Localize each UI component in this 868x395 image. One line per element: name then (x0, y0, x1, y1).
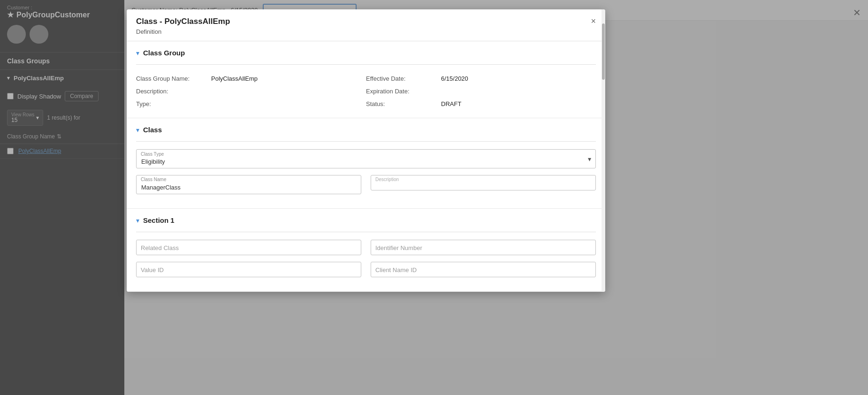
section1-row1: Related Class Identifier Number (136, 240, 596, 255)
section1-divider (136, 232, 596, 232)
class-group-title: Class Group (143, 49, 185, 57)
description-label: Description: (136, 88, 211, 95)
class-type-select[interactable]: Eligibility (136, 149, 596, 168)
modal-header: Class - PolyClassAllEmp Definition × (127, 9, 605, 41)
modal-scrollbar[interactable] (602, 9, 605, 292)
class-name-row: Class Name Description (136, 175, 596, 194)
effective-date-label: Effective Date: (366, 75, 441, 82)
section1-section: ▾ Section 1 Related Class Identifier Num… (127, 209, 605, 292)
description-wrapper: Description (371, 175, 596, 194)
class-group-name-value: PolyClassAllEmp (211, 75, 258, 82)
modal-body: ▾ Class Group Class Group Name: PolyClas… (127, 41, 605, 292)
class-divider (136, 141, 596, 142)
class-type-row: Class Type Eligibility ▾ (136, 149, 596, 168)
class-section: ▾ Class Class Type Eligibility ▾ Class N… (127, 118, 605, 209)
class-title: Class (143, 126, 162, 134)
type-label: Type: (136, 100, 211, 107)
modal-title: Class - PolyClassAllEmp (136, 17, 230, 26)
class-type-select-wrapper: Class Type Eligibility ▾ (136, 149, 596, 168)
related-class-input[interactable] (136, 240, 361, 255)
section1-chevron-icon: ▾ (136, 217, 139, 224)
value-id-wrapper: Value ID (136, 262, 361, 277)
status-value: DRAFT (441, 100, 461, 107)
class-group-name-field: Class Group Name: PolyClassAllEmp (136, 72, 366, 85)
effective-date-field: Effective Date: 6/15/2020 (366, 72, 596, 85)
type-field: Type: (136, 98, 366, 110)
description-input[interactable] (371, 175, 596, 190)
related-class-wrapper: Related Class (136, 240, 361, 255)
class-name-wrapper: Class Name (136, 175, 361, 194)
modal-header-text: Class - PolyClassAllEmp Definition (136, 17, 230, 35)
modal-close-button[interactable]: × (591, 17, 596, 25)
section1-title: Section 1 (143, 216, 175, 224)
class-section-header[interactable]: ▾ Class (136, 126, 596, 134)
description-float-label: Description (375, 177, 399, 182)
section1-header[interactable]: ▾ Section 1 (136, 216, 596, 224)
modal-subtitle: Definition (136, 28, 230, 35)
class-group-section-header[interactable]: ▾ Class Group (136, 49, 596, 57)
section1-row2: Value ID Client Name ID (136, 262, 596, 277)
client-name-id-input[interactable] (371, 262, 596, 277)
class-group-name-label: Class Group Name: (136, 75, 211, 82)
class-group-divider (136, 64, 596, 65)
identifier-number-input[interactable] (371, 240, 596, 255)
effective-date-value: 6/15/2020 (441, 75, 468, 82)
class-group-fields: Class Group Name: PolyClassAllEmp Effect… (136, 72, 596, 110)
class-group-chevron-icon: ▾ (136, 49, 139, 57)
value-id-input[interactable] (136, 262, 361, 277)
expiration-date-field: Expiration Date: (366, 85, 596, 98)
status-label: Status: (366, 100, 441, 107)
class-name-label: Class Name (141, 177, 166, 182)
expiration-date-label: Expiration Date: (366, 88, 441, 95)
class-chevron-icon: ▾ (136, 126, 139, 134)
status-field: Status: DRAFT (366, 98, 596, 110)
client-name-id-wrapper: Client Name ID (371, 262, 596, 277)
modal-dialog: Class - PolyClassAllEmp Definition × ▾ C… (127, 9, 605, 292)
class-name-input[interactable] (136, 175, 361, 194)
class-group-section: ▾ Class Group Class Group Name: PolyClas… (127, 41, 605, 118)
identifier-number-wrapper: Identifier Number (371, 240, 596, 255)
description-field: Description: (136, 85, 366, 98)
scrollbar-thumb (602, 23, 605, 80)
